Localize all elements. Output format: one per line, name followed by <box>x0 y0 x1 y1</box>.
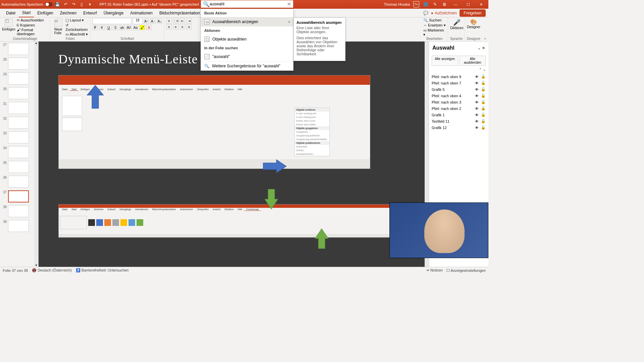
visibility-icon[interactable]: 👁 <box>474 94 479 98</box>
tab-einfuegen[interactable]: Einfügen <box>34 9 56 17</box>
search-clear-icon[interactable]: ✕ <box>287 1 291 7</box>
collapse-ribbon-icon[interactable]: ⌄ <box>484 36 486 40</box>
cut-button[interactable]: ✂ Ausschneiden <box>17 18 48 22</box>
align-left-icon[interactable]: ≡ <box>166 24 172 29</box>
chevron-down-icon[interactable]: ⌄ <box>478 46 481 50</box>
ribbon-mode-icon[interactable]: ⊞ <box>441 1 447 7</box>
display-settings-button[interactable]: 🖵 Anzeigeeinstellungen <box>446 268 486 273</box>
thumbnail-27[interactable]: 27 <box>0 42 38 56</box>
align-right-icon[interactable]: ≡ <box>180 24 185 29</box>
hide-all-button[interactable]: Alle ausblenden <box>460 56 486 66</box>
paste-button[interactable]: 📋 Einfügen <box>2 18 15 36</box>
thumbnail-scrollbar[interactable] <box>34 42 38 267</box>
clear-format-icon[interactable]: Aₓ <box>157 18 162 24</box>
bullets-icon[interactable]: ≡ <box>166 18 172 23</box>
lock-icon[interactable]: 🔓 <box>481 113 486 117</box>
world-icon[interactable]: 🌐 <box>423 1 429 7</box>
indent-dec-icon[interactable]: ⇤ <box>180 18 185 23</box>
copy-button[interactable]: ⎘ Kopieren <box>17 23 48 27</box>
redo-icon[interactable]: ↷ <box>71 1 77 7</box>
visibility-icon[interactable]: 👁 <box>474 100 479 104</box>
search-action-item[interactable]: ⬚ Objekte auswählen <box>201 35 293 44</box>
indent-inc-icon[interactable]: ⇥ <box>186 18 192 23</box>
visibility-icon[interactable]: 👁 <box>474 87 479 92</box>
replace-button[interactable]: ↔ Ersetzen ▾ <box>423 23 446 27</box>
tab-uebergaenge[interactable]: Übergänge <box>100 9 127 17</box>
undo-icon[interactable]: ↶ <box>63 1 69 7</box>
thumbnail-28[interactable]: 28 <box>0 56 38 71</box>
share-button[interactable]: Freigeben <box>460 9 486 17</box>
strike-button[interactable]: S <box>113 25 118 30</box>
lock-icon[interactable]: 🔓 <box>481 94 486 98</box>
visibility-icon[interactable]: 👁 <box>474 113 479 117</box>
thumbnail-36[interactable]: 36 <box>0 174 38 189</box>
visibility-icon[interactable]: 👁 <box>474 126 479 130</box>
highlight-button[interactable]: 🖍 <box>140 25 145 30</box>
designer-button[interactable]: 🎨 Designer <box>467 18 480 29</box>
accessibility-status[interactable]: ♿ Barrierefreiheit: Untersuchen <box>76 268 129 273</box>
close-pane-icon[interactable]: ✕ <box>482 46 485 50</box>
find-button[interactable]: 🔍 Suchen <box>423 18 446 22</box>
move-up-icon[interactable]: ⌃ <box>479 68 482 71</box>
thumbnail-39[interactable]: 39 <box>0 219 38 233</box>
tab-zeichnen[interactable]: Zeichnen <box>57 9 80 17</box>
lock-icon[interactable]: 🔓 <box>481 100 486 104</box>
case-button[interactable]: Aa <box>133 25 138 30</box>
comments-icon[interactable]: 💬 <box>423 11 428 15</box>
visibility-icon[interactable]: 👁 <box>474 119 479 123</box>
visibility-icon[interactable]: 👁 <box>474 107 479 111</box>
lock-icon[interactable]: 🔓 <box>481 119 486 123</box>
lock-icon[interactable]: 🔓 <box>481 125 486 130</box>
align-justify-icon[interactable]: ≡ <box>186 24 192 29</box>
selection-item[interactable]: Pfeil: nach oben 3 👁 🔓 <box>429 99 488 105</box>
tab-start[interactable]: Start <box>19 9 34 17</box>
search-best-item[interactable]: ▭ Auswahlbereich anzeigen › <box>201 17 293 26</box>
notes-button[interactable]: ≐ Notizen <box>426 268 443 273</box>
thumbnail-34[interactable]: 34 <box>0 145 38 160</box>
search-input[interactable] <box>210 2 287 6</box>
tab-datei[interactable]: Datei <box>3 9 19 17</box>
selection-item[interactable]: Grafik 12 👁 🔓 <box>429 124 488 131</box>
selection-item[interactable]: Grafik 1 👁 🔓 <box>429 112 488 118</box>
numbering-icon[interactable]: ⋮≡ <box>173 18 178 23</box>
spacing-button[interactable]: AV <box>126 25 131 30</box>
search-box[interactable]: 🔍 ✕ <box>201 0 293 8</box>
lock-icon[interactable]: 🔓 <box>481 74 486 79</box>
thumbnail-32[interactable]: 32 <box>0 115 38 130</box>
slide-panel[interactable]: 27 28 29 30 31 32 33 34 35 36 37 38 39 <box>0 42 39 267</box>
align-center-icon[interactable]: ≡ <box>173 24 178 29</box>
selection-item[interactable]: Pfeil: nach oben 4 👁 🔓 <box>429 93 488 99</box>
move-down-icon[interactable]: ⌄ <box>483 68 486 71</box>
visibility-icon[interactable]: 👁 <box>474 81 479 85</box>
language-status[interactable]: 📵 Deutsch (Österreich) <box>32 268 72 273</box>
format-painter-button[interactable]: 🖌 Format übertragen <box>17 28 48 36</box>
dictate-button[interactable]: 🎤 Diktieren <box>450 18 464 31</box>
search-more-item[interactable]: 🔍 Weitere Suchergebnisse für "auswahl" <box>201 61 293 70</box>
user-badge[interactable]: TH <box>413 1 419 7</box>
thumbnail-38[interactable]: 38 <box>0 204 38 219</box>
layout-button[interactable]: ▢ Layout ▾ <box>65 18 88 22</box>
draw-icon[interactable]: ✎ <box>432 1 438 7</box>
italic-button[interactable]: K <box>99 25 105 30</box>
close-icon[interactable]: ✕ <box>476 1 486 8</box>
select-button[interactable]: ▭ Markieren ▾ <box>423 28 446 37</box>
selection-item[interactable]: Textfeld 11 👁 🔓 <box>429 118 488 124</box>
selection-item[interactable]: Pfeil: nach oben 7 👁 🔓 <box>429 80 488 86</box>
record-button[interactable]: ● Aufzeichnen <box>431 11 457 15</box>
maximize-icon[interactable]: ☐ <box>464 1 473 8</box>
minimize-icon[interactable]: — <box>451 1 460 8</box>
thumbnail-29[interactable]: 29 <box>0 71 38 86</box>
size-combo[interactable]: 18 <box>133 18 143 24</box>
font-color-button[interactable]: A <box>146 25 152 30</box>
show-all-button[interactable]: Alle anzeigen <box>432 56 458 66</box>
bold-button[interactable]: F <box>93 25 98 30</box>
increase-font-icon[interactable]: A↑ <box>144 18 149 24</box>
shadow-button[interactable]: ab <box>119 25 125 30</box>
slideshow-icon[interactable]: ▯ <box>79 1 85 7</box>
decrease-font-icon[interactable]: A↓ <box>150 18 155 24</box>
thumbnail-31[interactable]: 31 <box>0 101 38 115</box>
search-in-slide-item[interactable]: 📄 "auswahl" <box>201 52 293 61</box>
autosave-toggle[interactable] <box>45 2 53 6</box>
visibility-icon[interactable]: 👁 <box>474 75 479 79</box>
thumbnail-33[interactable]: 33 <box>0 130 38 145</box>
